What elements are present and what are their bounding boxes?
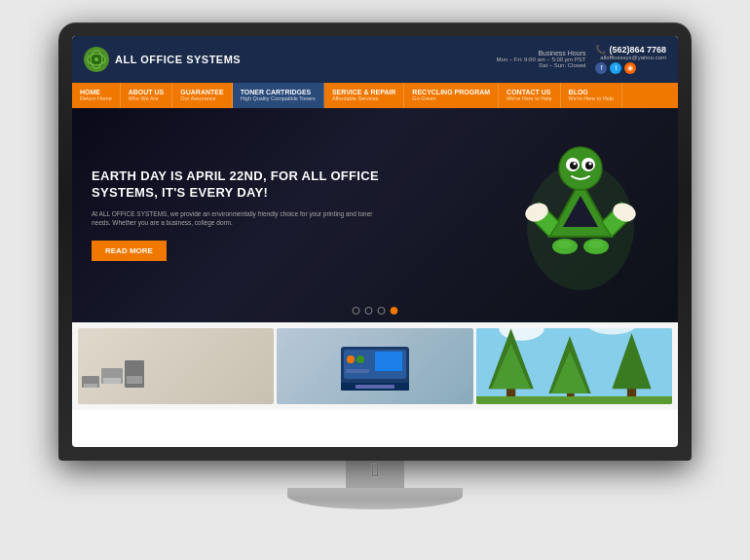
svg-point-12 xyxy=(574,163,577,166)
monitor-stand xyxy=(287,488,463,509)
social-icons: f t ◉ xyxy=(595,62,666,74)
business-hours-weekend: Sat – Sun: Closed xyxy=(496,62,585,68)
svg-point-30 xyxy=(356,355,364,363)
hero-title: EARTH DAY IS APRIL 22ND, FOR ALL OFFICE … xyxy=(92,168,386,202)
nav-contact-sub: We're Here to Help xyxy=(506,95,552,101)
nav-item-blog[interactable]: BLOG We're Here to Help xyxy=(561,83,623,108)
svg-rect-28 xyxy=(375,352,402,371)
nav-recycling-sub: Go Green xyxy=(412,95,490,101)
monitor-screen: ALL OFFICE SYSTEMS Business Hours Mon – … xyxy=(72,36,678,447)
nav-about-label: ABOUT US xyxy=(129,89,165,95)
nav-item-service[interactable]: SERVICE & REPAIR Affordable Services xyxy=(324,83,404,108)
nav-blog-sub: We're Here to Help xyxy=(569,95,615,101)
slide-dot-1[interactable] xyxy=(353,307,360,315)
nav-recycling-label: RECYCLING PROGRAM xyxy=(412,89,490,95)
svg-rect-23 xyxy=(103,378,121,384)
nav-item-guarantee[interactable]: GUARANTEE Our Assurance xyxy=(172,83,232,108)
logo-icon xyxy=(84,47,109,72)
apple-logo-icon:  xyxy=(371,457,379,482)
svg-rect-45 xyxy=(476,395,672,403)
hero-content: EARTH DAY IS APRIL 22ND, FOR ALL OFFICE … xyxy=(72,149,405,280)
nav-item-about[interactable]: ABOUT US Who We Are xyxy=(121,83,173,108)
svg-point-19 xyxy=(588,241,604,248)
read-more-button[interactable]: READ MORE xyxy=(92,241,167,261)
nav-toner-label: TONER CARTRIDGES xyxy=(241,89,316,95)
header-phone: (562)864 7768 xyxy=(609,45,666,55)
feature-card-environment[interactable] xyxy=(476,328,672,404)
nav-service-label: SERVICE & REPAIR xyxy=(332,89,395,95)
slide-dot-2[interactable] xyxy=(365,307,373,315)
nav-item-toner[interactable]: TONER CARTRIDGES High Quality Compatible… xyxy=(233,83,324,108)
header-email: allofficessys@yahoo.com xyxy=(595,55,666,60)
hero-description: At ALL OFFICE SYSTEMS, we provide an env… xyxy=(92,209,386,229)
twitter-icon[interactable]: t xyxy=(610,62,621,74)
nav-bar: HOME Return Home ABOUT US Who We Are GUA… xyxy=(72,83,678,108)
nav-home-sub: Return Home xyxy=(80,95,112,101)
feature-card-toner[interactable] xyxy=(277,328,472,404)
site-header: ALL OFFICE SYSTEMS Business Hours Mon – … xyxy=(72,36,678,83)
monitor-body: ALL OFFICE SYSTEMS Business Hours Mon – … xyxy=(58,22,692,461)
nav-item-recycling[interactable]: RECYCLING PROGRAM Go Green xyxy=(404,83,499,108)
nature-bg xyxy=(476,328,672,404)
feature-card-printers[interactable] xyxy=(78,328,274,404)
svg-point-3 xyxy=(94,57,98,61)
nav-item-contact[interactable]: CONTACT US We're Here to Help xyxy=(499,83,561,108)
svg-point-18 xyxy=(557,241,573,248)
nav-service-sub: Affordable Services xyxy=(332,95,395,101)
site-logo: ALL OFFICE SYSTEMS xyxy=(84,47,241,72)
logo-text: ALL OFFICE SYSTEMS xyxy=(115,54,241,65)
slide-dots xyxy=(353,307,398,315)
svg-rect-31 xyxy=(346,369,369,373)
svg-point-29 xyxy=(347,355,355,363)
hero-section: EARTH DAY IS APRIL 22ND, FOR ALL OFFICE … xyxy=(72,108,678,322)
nav-home-label: HOME xyxy=(80,89,112,95)
hero-mascot xyxy=(503,118,658,313)
nav-item-home[interactable]: HOME Return Home xyxy=(72,83,121,108)
business-hours-label: Business Hours xyxy=(496,50,585,56)
nav-guarantee-label: GUARANTEE xyxy=(180,89,223,95)
facebook-icon[interactable]: f xyxy=(595,62,607,74)
svg-rect-25 xyxy=(127,376,142,384)
nav-guarantee-sub: Our Assurance xyxy=(180,95,223,101)
features-section xyxy=(72,322,678,410)
nav-toner-sub: High Quality Compatible Toners xyxy=(241,95,316,101)
svg-rect-33 xyxy=(356,385,394,389)
nav-contact-label: CONTACT US xyxy=(506,89,552,95)
rss-icon[interactable]: ◉ xyxy=(624,62,636,74)
slide-dot-3[interactable] xyxy=(378,307,386,315)
svg-point-7 xyxy=(559,147,602,190)
phone-icon: 📞 xyxy=(595,45,606,55)
svg-rect-21 xyxy=(84,384,97,388)
header-contact: Business Hours Mon – Fri: 9:00 am – 5:00… xyxy=(496,45,666,74)
monitor-wrapper: ALL OFFICE SYSTEMS Business Hours Mon – … xyxy=(58,22,692,539)
nav-blog-label: BLOG xyxy=(569,89,615,95)
nav-about-sub: Who We Are xyxy=(129,95,165,101)
slide-dot-4[interactable] xyxy=(391,307,398,315)
svg-point-13 xyxy=(589,163,592,166)
